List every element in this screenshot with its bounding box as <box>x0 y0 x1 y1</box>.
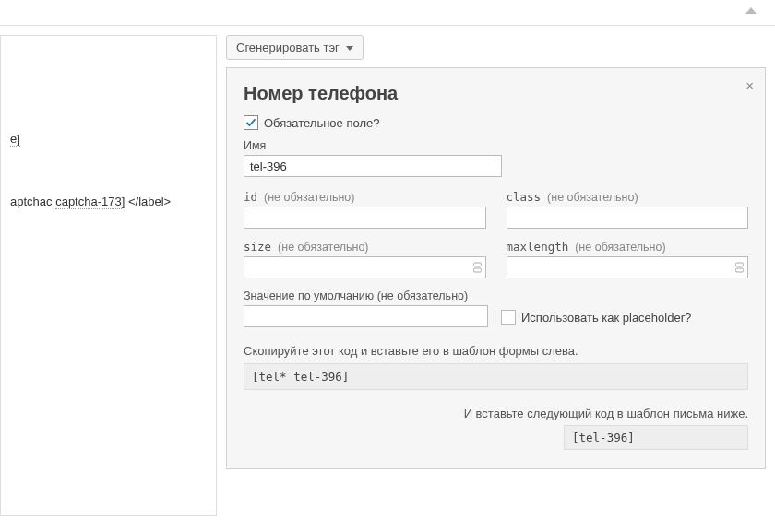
meta-box-header <box>0 0 775 26</box>
editor-fragment: ] </label> <box>122 195 172 208</box>
work-area: e] aptchac captcha-173] </label> Сгенери… <box>0 26 775 532</box>
default-value-label: Значение по умолчанию (не обязательно) <box>244 290 488 302</box>
panel-title: Номер телефона <box>244 83 748 104</box>
chevron-down-icon <box>346 46 353 51</box>
tag-generator-panel: × Номер телефона Обязательное поле? Имя … <box>226 67 766 469</box>
placeholder-checkbox[interactable] <box>501 310 516 325</box>
name-field-block: Имя <box>244 139 748 177</box>
mail-shortcode-box[interactable]: [tel-396] <box>564 425 748 450</box>
size-input[interactable] <box>244 256 486 278</box>
class-input[interactable] <box>507 207 749 229</box>
right-column: Сгенерировать тэг × Номер телефона Обяза… <box>226 35 766 523</box>
form-template-editor[interactable]: e] aptchac captcha-173] </label> <box>0 35 217 516</box>
close-icon[interactable]: × <box>745 77 754 93</box>
editor-line: e] <box>10 130 207 148</box>
id-label: id (не обязательно) <box>244 190 486 204</box>
size-maxlength-row: size (не обязательно) maxlength (не обяз… <box>244 240 748 278</box>
placeholder-label: Использовать как placeholder? <box>521 311 691 325</box>
required-checkbox[interactable] <box>244 115 258 130</box>
editor-fragment: aptchac <box>10 195 55 208</box>
size-label: size (не обязательно) <box>244 240 486 254</box>
left-column: e] aptchac captcha-173] </label> <box>0 35 226 523</box>
number-spinner-icon[interactable] <box>735 263 745 273</box>
required-field-row: Обязательное поле? <box>244 115 748 130</box>
editor-fragment: e] <box>10 132 20 147</box>
maxlength-label: maxlength (не обязательно) <box>507 240 749 254</box>
default-value-input[interactable] <box>244 305 488 327</box>
editor-fragment: captcha-173 <box>55 195 122 209</box>
class-label: class (не обязательно) <box>507 190 749 204</box>
generate-tag-label: Сгенерировать тэг <box>236 41 340 54</box>
maxlength-input[interactable] <box>507 256 749 278</box>
id-input[interactable] <box>244 207 486 229</box>
name-input[interactable] <box>244 155 502 177</box>
default-value-row: Значение по умолчанию (не обязательно) И… <box>244 290 748 327</box>
required-label: Обязательное поле? <box>264 116 379 130</box>
form-shortcode-box[interactable]: [tel* tel-396] <box>244 363 748 390</box>
placeholder-checkbox-row: Использовать как placeholder? <box>501 310 691 327</box>
number-spinner-icon[interactable] <box>473 263 483 273</box>
id-class-row: id (не обязательно) class (не обязательн… <box>244 190 748 229</box>
editor-line: aptchac captcha-173] </label> <box>10 193 207 211</box>
mail-instruction: И вставьте следующий код в шаблон письма… <box>244 407 748 420</box>
name-label: Имя <box>244 139 748 152</box>
collapse-toggle-icon[interactable] <box>745 7 757 14</box>
generate-tag-button[interactable]: Сгенерировать тэг <box>226 35 364 60</box>
copy-instruction: Скопируйте этот код и вставьте его в шаб… <box>244 344 748 358</box>
mail-code-section: И вставьте следующий код в шаблон письма… <box>244 407 748 450</box>
